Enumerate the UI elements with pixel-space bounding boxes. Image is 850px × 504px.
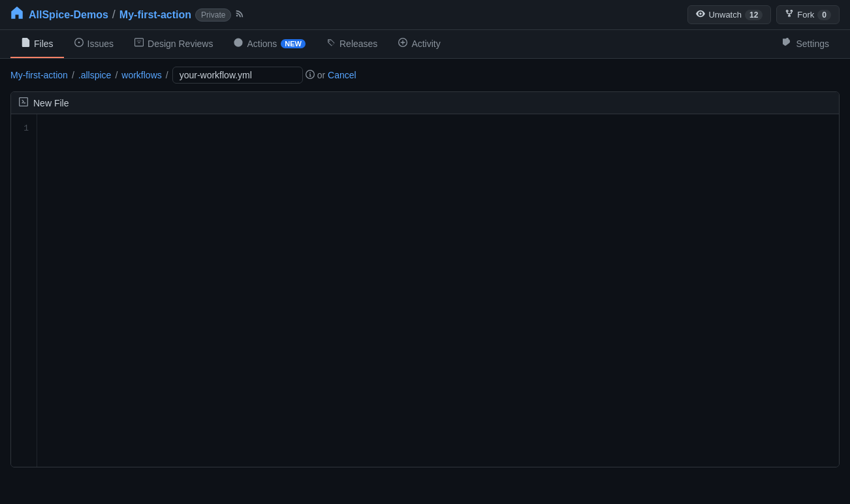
fork-button[interactable]: Fork 0 <box>776 5 840 24</box>
or-cancel-section: or Cancel <box>317 70 356 80</box>
nav-tab-design-reviews[interactable]: Design Reviews <box>124 30 223 58</box>
releases-icon <box>326 38 336 49</box>
activity-icon <box>398 38 407 49</box>
design-reviews-icon <box>134 38 144 49</box>
breadcrumb-bar: My-first-action / .allspice / workflows … <box>0 59 850 91</box>
home-icon <box>10 7 24 23</box>
settings-icon <box>783 38 792 49</box>
code-icon <box>19 97 28 108</box>
unwatch-button[interactable]: Unwatch 12 <box>687 5 771 24</box>
line-number-1: 1 <box>22 122 29 136</box>
unwatch-icon <box>696 9 705 20</box>
nav-tab-issues-label: Issues <box>87 39 114 49</box>
cancel-link[interactable]: Cancel <box>328 70 356 80</box>
editor-content[interactable] <box>37 114 839 467</box>
nav-tab-settings-label: Settings <box>796 39 829 49</box>
breadcrumb-sep3: / <box>166 70 168 80</box>
files-icon <box>21 38 30 49</box>
repo-separator: / <box>112 8 116 22</box>
nav-tab-files-label: Files <box>34 39 54 49</box>
breadcrumb-sep1: / <box>72 70 74 80</box>
repo-title: AllSpice-Demos / My-first-action Private <box>29 8 244 22</box>
breadcrumb-seg2-link[interactable]: workflows <box>121 70 161 80</box>
breadcrumb-sep2: / <box>115 70 118 80</box>
filename-input[interactable] <box>172 67 303 84</box>
repo-nav: Files Issues Design Reviews Actions new <box>0 30 850 59</box>
editor-title: New File <box>33 98 69 108</box>
breadcrumb-root-link[interactable]: My-first-action <box>10 70 68 80</box>
actions-icon <box>234 38 243 49</box>
visibility-badge: Private <box>195 8 231 22</box>
top-nav: AllSpice-Demos / My-first-action Private… <box>0 0 850 30</box>
fork-icon <box>785 9 794 20</box>
nav-tab-design-reviews-label: Design Reviews <box>148 39 213 49</box>
header-actions: Unwatch 12 Fork 0 <box>687 5 840 24</box>
logo[interactable] <box>10 7 24 23</box>
breadcrumb-seg1-link[interactable]: .allspice <box>78 70 112 80</box>
fork-count: 0 <box>817 10 831 20</box>
editor-header: New File <box>11 92 839 114</box>
info-icon[interactable] <box>306 70 315 81</box>
nav-tab-activity[interactable]: Activity <box>388 30 450 58</box>
nav-tab-activity-label: Activity <box>411 39 440 49</box>
nav-tab-releases-label: Releases <box>339 39 377 49</box>
nav-tab-releases[interactable]: Releases <box>316 30 388 58</box>
nav-tab-actions-label: Actions <box>247 39 277 49</box>
unwatch-count: 12 <box>745 10 763 20</box>
editor-body: 1 <box>11 114 839 467</box>
nav-tab-settings[interactable]: Settings <box>772 30 840 58</box>
nav-tab-issues[interactable]: Issues <box>64 30 124 58</box>
editor-container: New File 1 <box>10 91 840 467</box>
issues-icon <box>74 38 84 49</box>
actions-new-badge: new <box>281 39 306 48</box>
or-text: or <box>317 70 325 80</box>
repo-owner-link[interactable]: AllSpice-Demos <box>29 9 108 21</box>
repo-name-link[interactable]: My-first-action <box>119 9 191 21</box>
unwatch-label: Unwatch <box>708 10 742 20</box>
nav-tab-files[interactable]: Files <box>10 30 64 58</box>
rss-icon[interactable] <box>235 9 244 20</box>
line-numbers: 1 <box>11 114 37 467</box>
fork-label: Fork <box>797 10 814 20</box>
nav-tab-actions[interactable]: Actions new <box>223 30 316 58</box>
